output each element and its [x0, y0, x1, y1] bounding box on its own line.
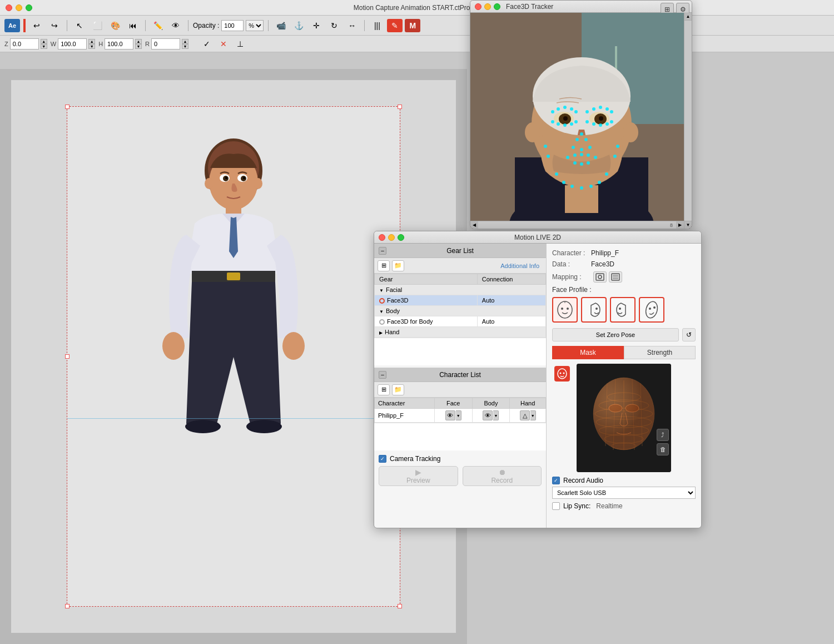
keyframe-btn[interactable]: ✎ — [387, 19, 403, 32]
z-arrows[interactable]: ▲ ▼ — [41, 39, 47, 49]
w-down-arrow[interactable]: ▼ — [88, 44, 95, 49]
lip-sync-checkbox[interactable] — [552, 502, 560, 510]
body-icon-btn[interactable]: 👁 — [483, 410, 493, 420]
canvas-frame[interactable] — [67, 106, 400, 607]
maximize-button[interactable] — [26, 4, 32, 11]
w-coord-group: W ▲ ▼ — [51, 38, 95, 49]
gear-item-face3d[interactable]: Face3D Auto — [375, 295, 546, 306]
camera-tracking-checkbox[interactable]: ✓ — [379, 455, 386, 463]
mask-face-icon[interactable] — [554, 366, 570, 382]
face-profile-tilt[interactable] — [639, 297, 664, 323]
refresh-btn[interactable]: ↺ — [682, 328, 696, 341]
record-audio-checkbox[interactable]: ✓ — [552, 477, 560, 484]
z-input[interactable] — [10, 38, 39, 49]
char-row-philippf[interactable]: Philipp_F 👁 ▼ 👁 ▼ — [375, 409, 546, 423]
scroll-up-btn[interactable]: ▲ — [684, 13, 692, 21]
rotate-btn[interactable]: ↻ — [326, 19, 342, 32]
close-button[interactable] — [6, 4, 12, 11]
face-tracker-maximize[interactable] — [494, 3, 500, 10]
svg-point-88 — [567, 308, 569, 310]
face-tracker-scrollbar[interactable]: ▲ ▼ — [684, 13, 692, 229]
undo-button[interactable]: ↩ — [29, 19, 44, 32]
w-up-arrow[interactable]: ▲ — [88, 39, 95, 44]
eye-tool[interactable]: 👁 — [168, 19, 183, 32]
h-input[interactable] — [105, 38, 133, 49]
face-tracker-hscrollbar[interactable]: ▶ ◀ 8 — [470, 221, 684, 229]
body-dropdown-btn[interactable]: ▼ — [493, 410, 499, 420]
handle-mid-left[interactable] — [65, 354, 70, 359]
h-down-arrow[interactable]: ▼ — [135, 44, 142, 49]
gear-item-face3d-body[interactable]: Face3D for Body Auto — [375, 316, 546, 327]
gear-list-collapse-btn[interactable]: – — [379, 247, 386, 255]
mask-export-btn[interactable]: ⤴ — [657, 429, 669, 441]
face-profile-front[interactable] — [552, 297, 578, 323]
mask-tab[interactable]: Mask — [552, 346, 624, 359]
select-tool[interactable]: ↖ — [72, 19, 87, 32]
preview-button[interactable]: ▶ Preview — [379, 466, 458, 486]
opacity-input[interactable] — [221, 20, 244, 31]
timeline-btn[interactable]: ||| — [369, 19, 385, 32]
scroll-right-btn[interactable]: ▶ — [676, 221, 684, 229]
mask-delete-btn[interactable]: 🗑 — [657, 443, 669, 455]
face-dropdown-btn[interactable]: ▼ — [456, 410, 461, 420]
check-icon[interactable]: ✓ — [201, 38, 213, 49]
h-up-arrow[interactable]: ▲ — [135, 39, 142, 44]
motion-btn[interactable]: M — [405, 19, 420, 32]
char-list-btn1[interactable]: ⊞ — [378, 384, 390, 395]
anchor-icon[interactable]: ⊥ — [234, 38, 246, 49]
handle-bottom-right[interactable] — [398, 604, 402, 608]
mirror-btn[interactable]: ↔ — [344, 19, 360, 32]
redo-button[interactable]: ↪ — [47, 19, 62, 32]
pen-tool[interactable]: ✏️ — [150, 19, 166, 32]
r-arrows[interactable]: ▲ ▼ — [182, 39, 188, 49]
camera-btn[interactable]: 📹 — [273, 19, 289, 32]
z-down-arrow[interactable]: ▼ — [41, 44, 47, 49]
motion-live-close[interactable] — [379, 234, 385, 241]
w-input[interactable] — [58, 38, 87, 49]
scroll-down-btn[interactable]: ▼ — [684, 221, 692, 229]
motion-live-minimize[interactable] — [388, 234, 395, 241]
opacity-dropdown[interactable]: % — [246, 20, 264, 31]
copy-tool[interactable]: ⬜ — [90, 19, 105, 32]
ae-icon[interactable]: Ae — [4, 19, 20, 32]
gear-list-btn2[interactable]: 📁 — [392, 260, 404, 271]
r-input[interactable] — [151, 38, 180, 49]
minimize-button[interactable] — [16, 4, 22, 11]
r-up-arrow[interactable]: ▲ — [182, 39, 188, 44]
r-down-arrow[interactable]: ▼ — [182, 44, 188, 49]
gear-empty-area — [374, 338, 546, 365]
h-arrows[interactable]: ▲ ▼ — [135, 39, 142, 49]
scroll-left-btn[interactable]: ◀ — [470, 221, 478, 229]
hand-icon-btn[interactable]: △ — [520, 410, 530, 420]
set-zero-pose-btn[interactable]: Set Zero Pose — [552, 328, 679, 341]
anchor-btn[interactable]: ⚓ — [291, 19, 306, 32]
char-list-btn2[interactable]: 📁 — [392, 384, 404, 395]
cross-icon[interactable]: ✕ — [217, 38, 230, 49]
z-up-arrow[interactable]: ▲ — [41, 39, 47, 44]
mapping-icon1[interactable] — [593, 271, 607, 283]
media-tool[interactable]: ⏮ — [125, 19, 141, 32]
face-profile-right[interactable] — [610, 297, 636, 323]
w-arrows[interactable]: ▲ ▼ — [88, 39, 95, 49]
strength-tab[interactable]: Strength — [624, 346, 696, 359]
handle-bottom-left[interactable] — [65, 604, 70, 608]
face-profile-left[interactable] — [581, 297, 607, 323]
record-button[interactable]: ⏺ Record — [463, 466, 542, 486]
handle-top-right[interactable] — [398, 105, 402, 109]
audio-device-select[interactable]: Scarlett Solo USB — [552, 487, 696, 499]
char-list-collapse-btn[interactable]: – — [379, 371, 386, 379]
motion-live-maximize[interactable] — [398, 234, 404, 241]
handle-top-left[interactable] — [65, 105, 70, 109]
gear-section-body: ▼Body — [375, 306, 546, 316]
face-tracker-minimize[interactable] — [484, 3, 491, 10]
facial-section-label: ▼Facial — [375, 285, 546, 295]
face-icon-btn[interactable]: 👁 — [445, 410, 455, 420]
svg-point-9 — [205, 178, 214, 189]
transform-btn[interactable]: ✛ — [309, 19, 324, 32]
face-tracker-close[interactable] — [475, 3, 481, 10]
additional-info-link[interactable]: Additional Info — [500, 262, 539, 269]
paint-tool[interactable]: 🎨 — [107, 19, 123, 32]
mapping-icon2[interactable] — [609, 271, 622, 283]
gear-list-btn1[interactable]: ⊞ — [378, 260, 390, 271]
hand-dropdown-btn[interactable]: ▼ — [530, 410, 536, 420]
